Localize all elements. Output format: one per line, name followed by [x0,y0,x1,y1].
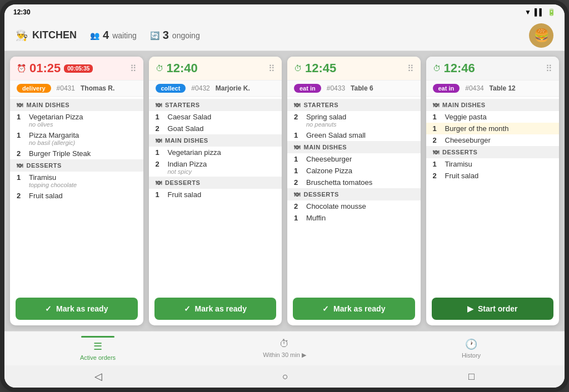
order-type-badge: eat in [433,84,460,93]
order-item: 2 Spring salad no peanuts [287,111,421,129]
header-title: 👨‍🍳 KITCHEN [16,29,77,42]
item-qty: 2 [294,202,302,210]
tablet-container: 12:30 ▼ ▌▌ 🔋 👨‍🍳 KITCHEN 👥 4 waiting 🔄 3… [0,0,569,392]
section-icon: 🍽 [433,149,440,155]
card-subheader: eat in #0434 Table 12 [426,81,560,97]
section-icon: 🍽 [294,102,301,108]
mark-ready-button[interactable]: ✓ Mark as ready [154,298,277,320]
home-button[interactable]: ○ [282,371,288,383]
item-name: Spring salad [306,113,414,121]
order-item: 2 Chocolate mousse [287,200,421,212]
burger-menu-button[interactable]: 🍔 [529,23,553,48]
nav-item-history[interactable]: 🕐 History [378,335,565,362]
section-header: 🍽 MAIN DISHES [426,99,560,111]
section-header: 🍽 DESSERTS [149,177,282,189]
mark-ready-button[interactable]: ✓ Mark as ready [293,298,415,320]
drag-icon[interactable]: ⠿ [407,63,414,74]
card-body: 🍽 STARTERS 1 Caesar Salad 2 [149,97,282,292]
item-qty: 2 [433,136,441,144]
status-bar: 12:30 ▼ ▌▌ 🔋 [4,4,565,20]
item-qty: 2 [156,160,163,175]
item-details: Veggie pasta [445,113,553,121]
item-note: topping chocolate [29,182,137,188]
item-qty: 1 [433,160,441,168]
item-details: Burger Triple Steak [29,149,137,158]
order-item: 1 Vegetarian Pizza no olives [10,111,143,129]
section-title: MAIN DISHES [27,102,70,108]
wifi-icon: ▼ [525,8,531,16]
section-icon: 🍽 [294,191,301,198]
item-details: Fruit salad [29,192,137,200]
refresh-icon: 🔄 [150,31,159,40]
drag-icon[interactable]: ⠿ [546,63,552,74]
card-footer: ▶ Start order [426,292,560,325]
section-icon: 🍽 [294,144,301,150]
waiting-stat: 👥 4 waiting [90,29,137,42]
header-right: 🍔 [529,23,553,48]
section-title: MAIN DISHES [165,137,208,144]
mark-ready-button[interactable]: ✓ Mark as ready [16,298,138,320]
timer-icon: ⏱ [433,64,441,73]
nav-icon-active-orders: ☰ [93,340,102,353]
card-header: ⏱ 12:40 ⠿ [149,57,282,81]
section-icon: 🍽 [433,102,440,108]
item-details: Vegetarian pizza [168,148,276,157]
back-button[interactable]: ◁ [94,370,102,383]
drag-icon[interactable]: ⠿ [130,63,137,74]
system-nav: ◁ ○ □ [4,365,565,388]
item-details: Bruschetta tomatoes [306,178,414,187]
section-title: DESSERTS [442,149,477,155]
start-order-button[interactable]: ▶ Start order [432,298,554,320]
order-card-3: ⏱ 12:45 ⠿ eat in #0433 Table 6 🍽 STARTER… [287,57,421,325]
item-qty: 2 [17,192,24,200]
item-qty: 1 [294,214,302,222]
item-name: Calzone Pizza [306,167,414,175]
active-indicator [81,336,114,338]
item-qty: 1 [17,173,24,188]
card-footer: ✓ Mark as ready [10,292,143,325]
item-qty: 2 [156,124,163,133]
order-type-badge: eat in [294,84,321,93]
item-name: Muffin [306,214,414,222]
section-header: 🍽 DESSERTS [426,146,560,158]
check-icon: ✓ [184,304,191,313]
order-item: 1 Cheeseburger [287,153,421,165]
card-subheader: collect #0432 Marjorie K. [149,81,282,97]
nav-item-within-30[interactable]: ⏱ Within 30 min ▶ [191,335,378,362]
waiting-icon: 👥 [90,31,99,40]
timer-icon: ⏱ [156,64,163,73]
item-details: Cheeseburger [445,136,553,144]
card-subheader: delivery #0431 Thomas R. [10,81,143,97]
item-details: Muffin [306,214,414,222]
order-card-1: ⏰ 01:25 00:05:35 ⠿ delivery #0431 Thomas… [10,57,143,325]
section-title: DESSERTS [27,162,62,169]
item-details: Pizza Margarita no basil (allergic) [29,131,137,146]
item-qty: 1 [156,113,163,121]
section-header: 🍽 MAIN DISHES [10,99,143,111]
nav-item-active-orders[interactable]: ☰ Active orders [4,333,191,364]
timer-icon: ⏰ [17,64,26,73]
item-note: no olives [29,121,137,128]
order-item: 1 Veggie pasta [426,111,560,123]
item-details: Tiramisu topping chocolate [29,173,137,188]
order-number: #0434 [465,84,483,92]
section-icon: 🍽 [156,137,162,144]
nav-label-active-orders: Active orders [80,354,116,361]
item-qty: 2 [17,149,24,158]
item-name: Pizza Margarita [29,131,137,139]
item-name: Cheeseburger [445,136,553,144]
section-title: STARTERS [304,102,338,108]
app-header: 👨‍🍳 KITCHEN 👥 4 waiting 🔄 3 ongoing 🍔 [4,20,565,51]
item-name: Fruit salad [168,190,276,199]
section-header: 🍽 STARTERS [287,99,421,111]
item-details: Spring salad no peanuts [306,113,414,128]
item-details: Vegetarian Pizza no olives [29,113,137,128]
item-details: Calzone Pizza [306,167,414,175]
drag-icon[interactable]: ⠿ [268,63,275,74]
order-type-badge: collect [156,84,186,93]
item-name: Vegetarian pizza [168,148,276,157]
recent-button[interactable]: □ [468,371,475,383]
order-number: #0431 [57,84,75,92]
section-icon: 🍽 [17,162,23,169]
item-details: Indian Pizza not spicy [168,160,276,175]
